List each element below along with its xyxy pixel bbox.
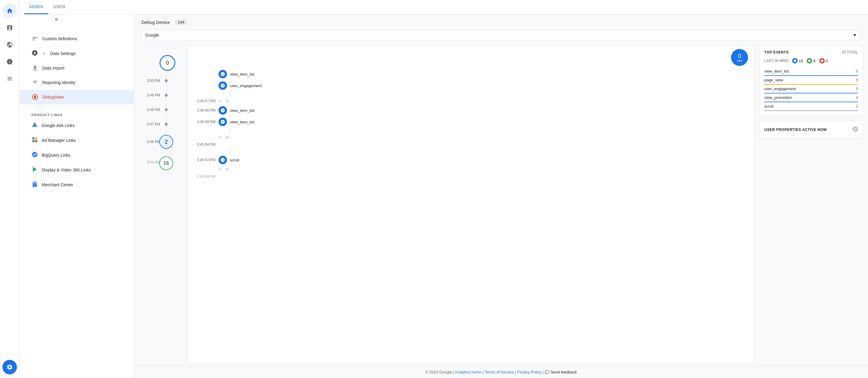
debug-main: Debug Device 144 Google ▼ 0 <box>134 14 868 378</box>
footer-feedback-link[interactable]: Send feedback <box>551 370 577 374</box>
timeline-time-346: 3:46 PM <box>139 140 160 144</box>
history-icon[interactable] <box>852 126 858 133</box>
events-new-count: 0 <box>738 53 741 59</box>
event-time-2: 3:46:00 PM <box>191 108 216 113</box>
event-name-1: user_engagement <box>230 84 262 88</box>
event-icon-0 <box>218 70 227 78</box>
top-events-title: TOP EVENTS <box>764 50 789 54</box>
right-panel: TOP EVENTS 25 TOTAL LAST 30 MINS 19 <box>759 45 868 364</box>
debug-dropdown[interactable]: Google ▼ <box>142 30 861 40</box>
debug-dropdown-value: Google <box>145 33 159 37</box>
nav-configure[interactable] <box>2 71 17 86</box>
debug-device-count: 144 <box>175 19 187 25</box>
merchant-center-label: Merchant Center <box>42 182 73 187</box>
event-stat-count-4: 2 <box>856 104 858 109</box>
sidebar-item-debug-view[interactable]: DebugView <box>19 90 134 104</box>
timeline-row-0: 0 <box>139 52 178 74</box>
events-new-bubble-row: 0 new <box>188 46 754 66</box>
event-duration-2: 4s <box>225 167 229 171</box>
time-dot-2 <box>218 168 221 171</box>
count-badge-blue: 19 <box>792 58 803 63</box>
event-stat-count-0: 6 <box>856 69 858 74</box>
last-30-row: LAST 30 MINS 19 <box>764 58 858 63</box>
google-ads-label: Google Ads Links <box>42 123 75 128</box>
nav-explore[interactable] <box>2 37 17 52</box>
data-import-icon <box>31 64 39 72</box>
sidebar-item-display-video[interactable]: Display & Video 360 Links <box>19 163 134 177</box>
event-row-0: view_item_list <box>191 68 750 80</box>
red-count-value: 0 <box>826 59 828 63</box>
sidebar-item-data-import[interactable]: Data Import <box>19 61 134 75</box>
sidebar-item-google-ads[interactable]: Google Ads Links <box>19 118 134 133</box>
events-new-label: new <box>737 59 742 62</box>
reporting-identity-icon <box>31 79 39 86</box>
count-badge-red: 0 <box>819 58 828 63</box>
tab-user[interactable]: USER <box>49 0 70 14</box>
footer: © 2023 Google | Analytics home | Terms o… <box>134 366 868 378</box>
event-time-5: 3:45:53 PM <box>191 158 216 162</box>
timeline-bubble-346: 2 <box>159 135 173 149</box>
nav-rail <box>0 0 19 378</box>
footer-terms-link[interactable]: Terms of Service <box>485 370 514 374</box>
event-stat-page-view: page_view 5 <box>764 76 858 85</box>
time-dot-1 <box>218 136 221 139</box>
back-button[interactable] <box>52 14 62 24</box>
events-new-bubble: 0 new <box>731 49 748 66</box>
sidebar-item-ad-manager[interactable]: Ad Manager Links <box>19 133 134 148</box>
sidebar-item-bigquery[interactable]: BigQuery Links <box>19 148 134 163</box>
sidebar-item-data-settings[interactable]: Data Settings <box>19 46 134 61</box>
event-stat-name-3: view_promotion <box>764 95 792 100</box>
event-vline-0 <box>230 91 230 97</box>
event-stat-name-2: user_engagement <box>764 86 796 91</box>
sidebar-item-reporting-identity[interactable]: Reporting Identity <box>19 75 134 90</box>
event-stat-view-item-list: view_item_list 6 <box>764 67 858 76</box>
event-row-3: 3:45:59 PM view_item_list <box>191 116 750 127</box>
event-stat-count-1: 5 <box>856 78 858 82</box>
count-badge-green: 6 <box>807 58 815 63</box>
top-events-card: TOP EVENTS 25 TOTAL LAST 30 MINS 19 <box>759 45 863 116</box>
blue-count-value: 19 <box>799 59 803 63</box>
tab-admin[interactable]: ADMIN <box>24 0 49 14</box>
event-stat-view-promotion: view_promotion 4 <box>764 93 858 102</box>
feedback-icon: 💬 <box>545 370 551 374</box>
footer-analytics-home-link[interactable]: Analytics home <box>455 370 482 374</box>
event-vline-1 <box>230 127 230 134</box>
nav-settings[interactable] <box>2 360 17 374</box>
svg-marker-1 <box>33 167 37 172</box>
event-partial-row: 3:45:49 PM <box>191 173 750 180</box>
sidebar-item-custom-definitions[interactable]: Custom definitions <box>19 31 134 46</box>
user-props-title: USER PROPERTIES ACTIVE NOW <box>764 127 827 132</box>
product-links-label: PRODUCT LINKS <box>19 110 134 118</box>
timeline-time-347: 3:47 PM <box>139 122 160 126</box>
event-time-row-3: 4s <box>191 166 750 173</box>
custom-definitions-icon <box>31 35 39 42</box>
footer-privacy-link[interactable]: Privacy Policy <box>517 370 541 374</box>
event-icon-4 <box>218 156 227 164</box>
event-time-4: 3:45:54 PM <box>191 142 216 147</box>
sidebar-item-merchant-center[interactable]: Merchant Center <box>19 177 134 192</box>
nav-reports[interactable] <box>2 21 17 35</box>
event-row-2: 3:46:00 PM view_item_list <box>191 105 750 116</box>
event-name-3: view_item_list <box>230 120 254 124</box>
debug-content-area: 0 3:50 PM <box>134 42 868 366</box>
event-vline-2 <box>230 148 230 154</box>
footer-copyright: © 2023 Google <box>425 370 452 374</box>
events-rows: view_item_list user_engagement <box>188 66 754 183</box>
ad-manager-label: Ad Manager Links <box>42 138 76 143</box>
event-icon-3 <box>218 118 227 126</box>
event-name-2: view_item_list <box>230 108 254 113</box>
event-name-0: view_item_list <box>230 72 254 77</box>
timeline-time-350: 3:50 PM <box>139 79 160 83</box>
sidebar: Custom definitions Data Settings Da <box>19 14 134 378</box>
timeline-dot-350 <box>165 79 168 82</box>
user-props-header: USER PROPERTIES ACTIVE NOW <box>764 126 858 133</box>
top-events-header: TOP EVENTS 25 TOTAL <box>764 50 858 54</box>
nav-advertising[interactable] <box>2 54 17 69</box>
nav-home[interactable] <box>2 4 17 18</box>
timeline-bubble-0: 0 <box>160 55 175 71</box>
event-time-3: 3:45:59 PM <box>191 120 216 124</box>
event-row-1: user_engagement <box>191 80 750 91</box>
event-stat-name-0: view_item_list <box>764 69 789 74</box>
event-time-row-2: 3:45:54 PM <box>191 141 750 148</box>
debug-view-icon <box>31 93 39 101</box>
